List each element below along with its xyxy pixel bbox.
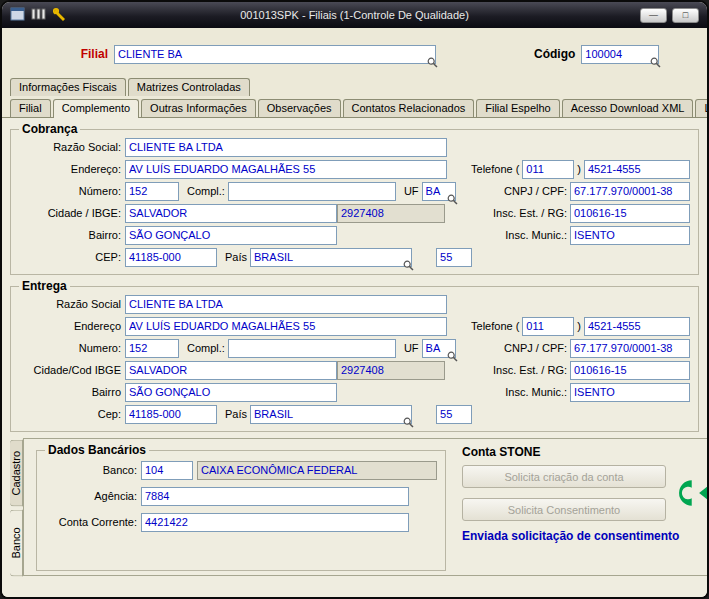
bairro-label: Bairro: (19, 229, 121, 241)
filial-label: Filial (10, 47, 114, 61)
cobranca-insc-munic-input[interactable] (570, 226, 690, 245)
entrega-razao-social-input[interactable] (125, 295, 447, 314)
tab-log[interactable]: Log (695, 99, 709, 117)
cobranca-telefone-ddd-input[interactable] (522, 160, 574, 179)
endereco-label: Endereço: (19, 163, 121, 175)
window-title: 001013SPK - Filiais (1-Controle De Quali… (2, 9, 707, 21)
cobranca-telefone-input[interactable] (584, 160, 690, 179)
cidade-label: Cidade / IBGE: (19, 207, 121, 219)
inner-tab-strip: Filial Complemento Outras Informações Ob… (2, 96, 707, 118)
bottom-section: Cadastro Banco Dados Bancários Banco: Ag… (10, 438, 699, 576)
uf-label: UF (404, 185, 419, 197)
cnpj-label: CNPJ / CPF: (504, 185, 567, 197)
insc-munic-label: Insc. Munic.: (505, 386, 567, 398)
codigo-input[interactable] (581, 45, 659, 64)
bairro-label: Bairro (19, 386, 121, 398)
entrega-pais-cod-input[interactable] (436, 405, 472, 424)
agencia-input[interactable] (141, 487, 409, 506)
cobranca-group: Cobrança Razão Social: Endereço: Número:… (10, 122, 699, 275)
tab-informacoes-fiscais[interactable]: Informações Fiscais (10, 78, 126, 96)
banco-nome-field (197, 461, 437, 480)
agencia-label: Agência: (45, 490, 137, 502)
conta-stone-group: Conta STONE Solicita criação da conta So… (462, 443, 709, 571)
cobranca-ibge-field (337, 204, 445, 223)
entrega-insc-est-input[interactable] (570, 361, 690, 380)
compl-label: Compl.: (187, 342, 225, 354)
numero-label: Numero: (19, 342, 121, 354)
cobranca-bairro-input[interactable] (125, 226, 337, 245)
filial-input[interactable] (114, 45, 436, 64)
tab-contatos-relacionados[interactable]: Contatos Relacionados (343, 99, 475, 117)
entrega-insc-munic-input[interactable] (570, 383, 690, 402)
codigo-label: Código (534, 47, 575, 61)
telefone-label: Telefone (471, 163, 513, 175)
cobranca-cnpj-input[interactable] (570, 182, 690, 201)
entrega-group: Entrega Razão Social Endereço Numero: Co… (10, 279, 699, 432)
entrega-title: Entrega (19, 279, 70, 293)
cobranca-cidade-input[interactable] (125, 204, 337, 223)
conta-corrente-label: Conta Corrente: (45, 516, 137, 528)
cobranca-cep-input[interactable] (125, 248, 217, 267)
cobranca-title: Cobrança (19, 122, 80, 136)
complemento-panel: Cobrança Razão Social: Endereço: Número:… (2, 118, 707, 599)
tab-complemento[interactable]: Complemento (53, 99, 139, 118)
cobranca-insc-est-input[interactable] (570, 204, 690, 223)
search-icon[interactable] (427, 57, 438, 68)
tab-outras-informacoes[interactable]: Outras Informações (141, 99, 256, 117)
entrega-cnpj-input[interactable] (570, 339, 690, 358)
compl-label: Compl.: (187, 185, 225, 197)
wrench-icon[interactable] (52, 7, 68, 24)
cobranca-endereco-input[interactable] (125, 160, 447, 179)
search-icon[interactable] (650, 57, 661, 68)
banco-codigo-input[interactable] (141, 461, 193, 480)
entrega-cidade-input[interactable] (125, 361, 337, 380)
pais-label: País (225, 251, 247, 263)
cobranca-pais-cod-input[interactable] (436, 248, 472, 267)
search-icon[interactable] (403, 417, 414, 428)
outer-tab-strip: Informações Fiscais Matrizes Controladas (2, 74, 707, 96)
side-tab-cadastro[interactable]: Cadastro (10, 440, 23, 507)
conta-stone-title: Conta STONE (462, 445, 709, 459)
solicita-criacao-conta-button[interactable]: Solicita criação da conta (462, 465, 666, 488)
tab-filial-espelho[interactable]: Filial Espelho (476, 99, 559, 117)
solicita-consentimento-button[interactable]: Solicita Consentimento (462, 498, 666, 521)
cobranca-compl-input[interactable] (228, 182, 396, 201)
paren-open: ( (516, 163, 520, 175)
conta-corrente-input[interactable] (141, 513, 409, 532)
entrega-compl-input[interactable] (228, 339, 396, 358)
endereco-label: Endereço (19, 320, 121, 332)
telefone-label: Telefone (471, 320, 513, 332)
insc-est-label: Insc. Est. / RG: (493, 207, 567, 219)
tab-observacoes[interactable]: Observações (258, 99, 341, 117)
banco-panel: Dados Bancários Banco: Agência: Conta Co… (23, 438, 709, 576)
title-bar: 001013SPK - Filiais (1-Controle De Quali… (2, 2, 707, 28)
minimize-button[interactable]: — (640, 8, 667, 23)
entrega-bairro-input[interactable] (125, 383, 337, 402)
insc-est-label: Insc. Est. / RG: (493, 364, 567, 376)
maximize-button[interactable]: □ (672, 8, 699, 23)
form-icon[interactable] (10, 7, 25, 23)
entrega-endereco-input[interactable] (125, 317, 447, 336)
search-icon[interactable] (447, 351, 458, 362)
dados-bancarios-group: Dados Bancários Banco: Agência: Conta Co… (36, 443, 446, 571)
cobranca-numero-input[interactable] (125, 182, 179, 201)
side-tab-banco[interactable]: Banco (10, 510, 23, 577)
entrega-telefone-ddd-input[interactable] (522, 317, 574, 336)
cidade-label: Cidade/Cod IBGE (19, 364, 121, 376)
columns-icon[interactable] (31, 7, 46, 23)
razao-social-label: Razão Social: (19, 141, 121, 153)
entrega-cep-input[interactable] (125, 405, 217, 424)
tab-matrizes-controladas[interactable]: Matrizes Controladas (128, 78, 250, 96)
cobranca-pais-input[interactable] (250, 248, 412, 267)
search-icon[interactable] (403, 260, 414, 271)
entrega-pais-input[interactable] (250, 405, 412, 424)
uf-label: UF (404, 342, 419, 354)
cobranca-razao-social-input[interactable] (125, 138, 447, 157)
dados-bancarios-title: Dados Bancários (45, 443, 149, 457)
cep-label: CEP: (19, 251, 121, 263)
tab-filial[interactable]: Filial (10, 99, 51, 117)
search-icon[interactable] (447, 194, 458, 205)
entrega-numero-input[interactable] (125, 339, 179, 358)
entrega-telefone-input[interactable] (584, 317, 690, 336)
tab-acesso-download-xml[interactable]: Acesso Download XML (562, 99, 694, 117)
